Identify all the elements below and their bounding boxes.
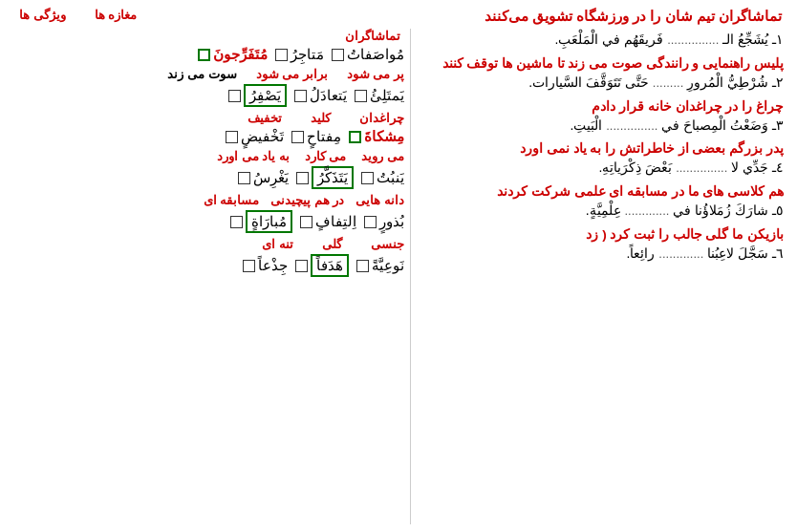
g5-h2: در هم پیچیدنی xyxy=(270,193,344,207)
g6-h1: جنسی xyxy=(371,237,404,251)
sentence-2: ٢ـ شُرْطِيُّ الْمُرورِ ......... حَتَّى … xyxy=(411,72,784,94)
g4-item-1: يَغْرِسُ xyxy=(238,169,289,186)
s1-number: ١ـ xyxy=(772,32,784,47)
g5-item-2-cb[interactable] xyxy=(300,216,312,228)
g1-item-1: مُتَفَرِّجونَ xyxy=(198,46,268,63)
g4-item-1-text: يَغْرِسُ xyxy=(253,169,289,186)
g4-h1: می روید xyxy=(361,149,404,163)
g2-item-2: يَتعادَلُ xyxy=(294,87,347,104)
sentence-3: ٣ـ وَضَعْتُ الْمِصباحَ في ..............… xyxy=(411,115,784,137)
g6-item-2-text: هَدَفاً xyxy=(311,254,349,277)
g1-h3: تماشاگران xyxy=(345,29,400,43)
g1-item-3-cb[interactable] xyxy=(332,49,344,61)
g2-item-2-text: يَتعادَلُ xyxy=(310,87,347,104)
g3-item-1-text: تَخْفيضٍ xyxy=(241,128,284,145)
g1-item-2-text: مَتاجِرُ xyxy=(291,46,324,63)
g1-item-1-cb[interactable] xyxy=(198,49,210,61)
sentence-5-heading: هم کلاسی های ما در مسابقه ای علمی شرکت ک… xyxy=(411,183,784,199)
g5-item-2-text: اِلتِفافٍ xyxy=(315,213,356,230)
g3-item-3-text: مِشكاةَ xyxy=(364,128,404,145)
g6-item-2-cb[interactable] xyxy=(295,260,308,272)
g5-item-3-cb[interactable] xyxy=(364,216,377,228)
g6-item-3: نَوعِيَّةً xyxy=(356,257,404,274)
g5-item-3: بُذورٍ xyxy=(364,213,404,230)
g5-item-2: اِلتِفافٍ xyxy=(300,213,356,230)
g6-item-2: هَدَفاً xyxy=(295,254,349,277)
g4-item-2: يَتَذَكَّرُ xyxy=(296,166,354,189)
g3-item-1-cb[interactable] xyxy=(226,131,238,143)
choice-group-3: چراغدان کلید تخفیف مِشكاةَ مِفتاحٍ تَخْف… xyxy=(10,111,404,147)
s1-text: يُشَجِّعُ الـ ............... فَريقَهُم … xyxy=(555,32,769,47)
g2-item-2-cb[interactable] xyxy=(294,90,307,102)
sentence-4-block: پدر بزرگم بعضی از خاطراتش را به یاد نمی … xyxy=(411,140,784,181)
choice-group-5: دانه هایی در هم پیچیدنی مسابقه ای بُذورٍ… xyxy=(10,193,404,235)
g2-h2: برابر می شود xyxy=(256,67,328,81)
g4-item-3-text: يَنبُتُ xyxy=(377,169,404,186)
g4-item-2-text: يَتَذَكَّرُ xyxy=(312,166,354,189)
g5-items: بُذورٍ اِلتِفافٍ مُبارَاةٍ xyxy=(10,208,404,235)
g2-item-1: يَصْفِرُ xyxy=(228,84,287,107)
sentence-5: ٥ـ شارَكَ زُمَلاؤُنا في ............. عِ… xyxy=(411,200,784,222)
page: تماشاگران تیم شان را در ورزشگاه تشویق می… xyxy=(0,0,797,532)
g3-h2: کلید xyxy=(311,111,331,125)
g4-item-2-cb[interactable] xyxy=(296,172,309,184)
sentence-2-heading: پلیس راهنمایی و رانندگی صوت می زند تا ما… xyxy=(411,55,784,71)
g1-item-3: مُواصَفاتُ xyxy=(332,46,404,63)
main-heading: تماشاگران تیم شان را در ورزشگاه تشویق می… xyxy=(485,8,782,24)
g3-item-3-cb[interactable] xyxy=(349,131,361,143)
g1-item-2-cb[interactable] xyxy=(275,49,288,61)
sentence-4: ٤ـ جَدِّي لا ............... بَعْضَ ذِكْ… xyxy=(411,157,784,179)
sentence-1-block: ١ـ يُشَجِّعُ الـ ............... فَريقَه… xyxy=(411,29,784,53)
g3-h1: چراغدان xyxy=(359,111,404,125)
g2-items: يَمتَلِئُ يَتعادَلُ يَصْفِرُ xyxy=(10,82,404,109)
g4-item-3: يَنبُتُ xyxy=(361,169,404,186)
g3-item-2-text: مِفتاحٍ xyxy=(307,128,341,145)
sentence-2-block: پلیس راهنمایی و رانندگی صوت می زند تا ما… xyxy=(411,55,784,96)
g5-item-1-cb[interactable] xyxy=(230,216,243,228)
g2-item-1-text: يَصْفِرُ xyxy=(244,84,287,107)
col-header-maghaze: مغازه ها xyxy=(95,8,138,22)
g6-item-3-text: نَوعِيَّةً xyxy=(372,257,404,274)
g4-item-3-cb[interactable] xyxy=(361,172,374,184)
choice-group-2: پر می شود برابر می شود سوت می زند يَمتَل… xyxy=(10,67,404,109)
sentence-6-heading: بازیکن ما گلی جالب را ثبت کرد ( زد xyxy=(411,226,784,242)
g5-item-3-text: بُذورٍ xyxy=(379,213,404,230)
g2-item-3-cb[interactable] xyxy=(355,90,367,102)
sentence-6: ٦ـ سَجَّلَ لاعِبُنا ............. رائِعا… xyxy=(411,243,784,265)
g1-item-3-text: مُواصَفاتُ xyxy=(347,46,404,63)
sentence-6-block: بازیکن ما گلی جالب را ثبت کرد ( زد ٦ـ سَ… xyxy=(411,226,784,266)
g4-items: يَنبُتُ يَتَذَكَّرُ يَغْرِسُ xyxy=(10,164,404,191)
g3-item-2-cb[interactable] xyxy=(291,131,304,143)
g6-items: نَوعِيَّةً هَدَفاً جِذْعاً xyxy=(10,252,404,279)
g4-item-1-cb[interactable] xyxy=(238,172,250,184)
g2-item-3-text: يَمتَلِئُ xyxy=(370,87,404,104)
g3-items: مِشكاةَ مِفتاحٍ تَخْفيضٍ xyxy=(10,126,404,147)
col-header-vizhegi: ویژگی ها xyxy=(19,8,66,22)
g1-items: مُواصَفاتُ مَتاجِرُ مُتَفَرِّجونَ xyxy=(10,44,404,65)
g4-h3: به یاد می اورد xyxy=(217,149,290,163)
choice-group-1: تماشاگران مُواصَفاتُ مَتاجِرُ مُتَفَرِّج… xyxy=(10,29,404,65)
g3-item-3: مِشكاةَ xyxy=(349,128,404,145)
g2-h3: سوت می زند xyxy=(167,67,236,81)
g6-item-1-cb[interactable] xyxy=(243,260,255,272)
sentence-4-heading: پدر بزرگم بعضی از خاطراتش را به یاد نمی … xyxy=(411,140,784,156)
g3-item-1: تَخْفيضٍ xyxy=(226,128,284,145)
g2-item-3: يَمتَلِئُ xyxy=(355,87,404,104)
g6-item-1: جِذْعاً xyxy=(243,257,288,274)
g5-item-1-text: مُبارَاةٍ xyxy=(246,210,292,233)
sentence-1: ١ـ يُشَجِّعُ الـ ............... فَريقَه… xyxy=(411,29,784,51)
g6-item-1-text: جِذْعاً xyxy=(258,257,288,274)
g6-h2: گلی xyxy=(322,237,342,251)
sentence-3-heading: چراغ را در چراغدان خانه قرار دادم xyxy=(411,98,784,114)
g2-h1: پر می شود xyxy=(347,67,404,81)
g3-h3: تخفیف xyxy=(248,111,282,125)
g1-item-2: مَتاجِرُ xyxy=(275,46,324,63)
g5-item-1: مُبارَاةٍ xyxy=(230,210,292,233)
sentence-5-block: هم کلاسی های ما در مسابقه ای علمی شرکت ک… xyxy=(411,183,784,223)
g6-item-3-cb[interactable] xyxy=(356,260,369,272)
choice-group-6: جنسی گلی تنه ای نَوعِيَّةً هَدَفاً جِذْع… xyxy=(10,237,404,279)
g5-h1: دانه هایی xyxy=(355,193,404,207)
g2-item-1-cb[interactable] xyxy=(228,90,241,102)
g1-item-1-text: مُتَفَرِّجونَ xyxy=(213,46,268,63)
g4-h2: می کارد xyxy=(305,149,347,163)
